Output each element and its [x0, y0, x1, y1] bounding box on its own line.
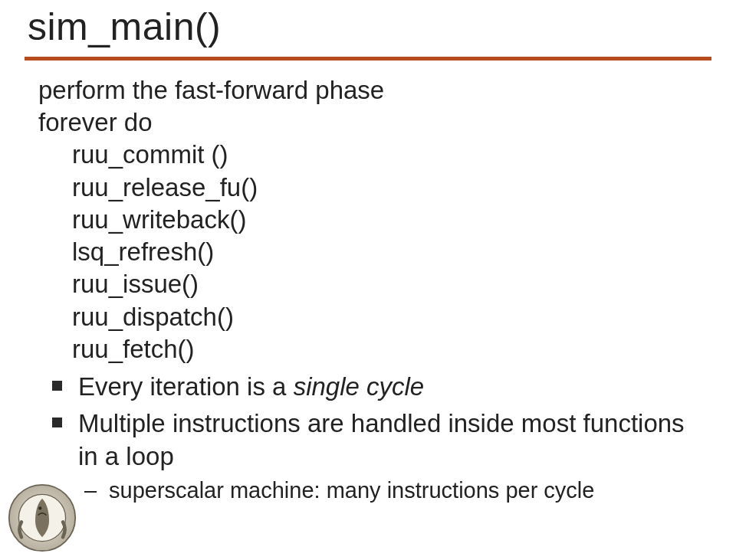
- slide: sim_main() perform the fast-forward phas…: [0, 0, 736, 560]
- svg-point-2: [38, 506, 41, 509]
- call-line: ruu_release_fu(): [38, 172, 698, 204]
- bullet-item-2: Multiple instructions are handled inside…: [48, 407, 698, 506]
- bullet2-text: Multiple instructions are handled inside…: [78, 409, 685, 471]
- slide-body: perform the fast-forward phase forever d…: [25, 74, 711, 505]
- bullet-list: Every iteration is a single cycle Multip…: [38, 370, 698, 505]
- call-line: ruu_issue(): [38, 268, 698, 300]
- title-underline: [25, 57, 711, 61]
- call-line: ruu_dispatch(): [38, 301, 698, 333]
- bullet1-italic: single cycle: [294, 372, 425, 401]
- intro-line-1: perform the fast-forward phase: [38, 74, 698, 106]
- university-seal-icon: [8, 483, 77, 552]
- call-line: lsq_refresh(): [38, 236, 698, 268]
- call-line: ruu_commit (): [38, 139, 698, 171]
- bullet-item-1: Every iteration is a single cycle: [48, 370, 698, 404]
- call-line: ruu_fetch(): [38, 333, 698, 365]
- call-line: ruu_writeback(): [38, 204, 698, 236]
- sub-bullet-item: superscalar machine: many instructions p…: [78, 476, 698, 506]
- intro-line-2: forever do: [38, 106, 698, 139]
- bullet1-prefix: Every iteration is a: [78, 372, 294, 401]
- slide-title: sim_main(): [25, 0, 711, 57]
- sub-bullet-list: superscalar machine: many instructions p…: [78, 476, 698, 506]
